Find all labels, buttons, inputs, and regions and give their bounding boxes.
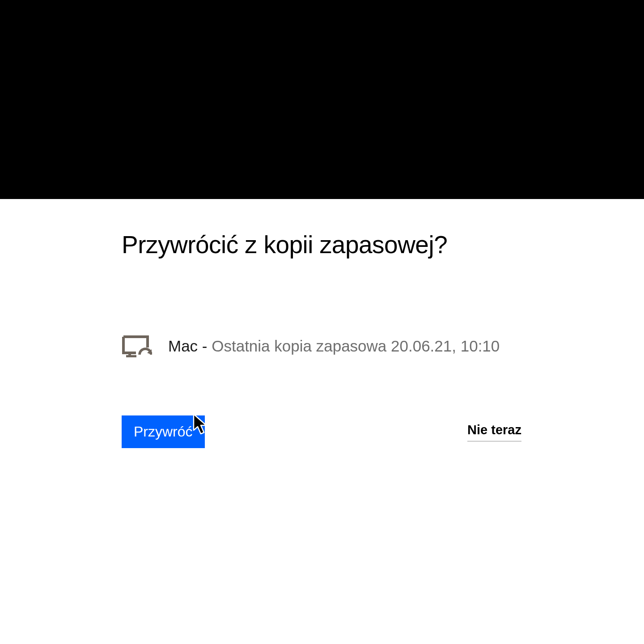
backup-device-name: Mac xyxy=(168,337,198,355)
dialog-content: Przywrócić z kopii zapasowej? Mac - Osta… xyxy=(0,230,644,448)
restore-button[interactable]: Przywróć xyxy=(122,415,205,448)
backup-description: Mac - Ostatnia kopia zapasowa 20.06.21, … xyxy=(168,337,500,355)
backup-separator: - xyxy=(198,337,212,355)
backup-detail: Ostatnia kopia zapasowa 20.06.21, 10:10 xyxy=(212,337,500,355)
dialog-title: Przywrócić z kopii zapasowej? xyxy=(122,230,522,259)
top-banner xyxy=(0,0,644,199)
not-now-button[interactable]: Nie teraz xyxy=(467,423,521,441)
monitor-restore-icon xyxy=(122,335,152,357)
button-row: Przywróć Nie teraz xyxy=(122,415,521,448)
backup-row: Mac - Ostatnia kopia zapasowa 20.06.21, … xyxy=(122,335,522,357)
